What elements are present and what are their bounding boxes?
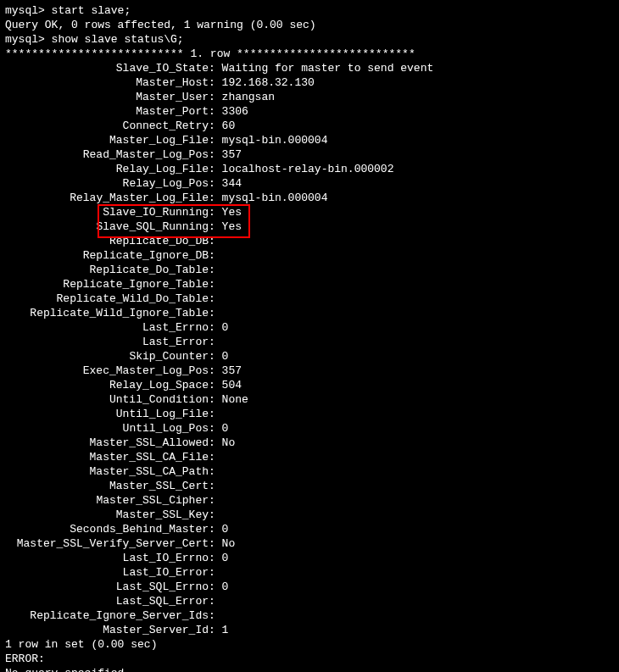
status-sep: :	[209, 119, 222, 133]
status-sep: :	[209, 436, 222, 450]
status-sep: :	[209, 349, 222, 364]
status-key: Relay_Master_Log_File	[5, 191, 209, 205]
error-label: ERROR:	[5, 652, 614, 666]
status-row: Last_SQL_Errno: 0	[5, 580, 614, 594]
status-value: No	[222, 536, 236, 551]
status-key: Master_SSL_CA_Path	[5, 464, 209, 479]
status-key: Slave_IO_Running	[5, 205, 209, 219]
status-sep: :	[209, 335, 222, 349]
status-sep: :	[209, 205, 222, 219]
status-value: None	[222, 392, 248, 407]
status-value: Yes	[222, 205, 242, 219]
status-sep: :	[209, 392, 222, 407]
status-row: Exec_Master_Log_Pos: 357	[5, 364, 614, 378]
status-row: Until_Log_File:	[5, 407, 614, 421]
status-value: 0	[222, 421, 229, 436]
prompt-line: mysql> start slave;	[5, 3, 614, 18]
status-key: Read_Master_Log_Pos	[5, 147, 209, 162]
status-key: Slave_SQL_Running	[5, 219, 209, 234]
status-sep: :	[209, 90, 222, 104]
status-key: Connect_Retry	[5, 119, 209, 133]
status-sep: :	[209, 292, 222, 306]
status-key: Until_Condition	[5, 392, 209, 407]
status-sep: :	[209, 234, 222, 248]
status-sep: :	[209, 277, 222, 292]
status-row: Relay_Master_Log_File: mysql-bin.000004	[5, 191, 614, 205]
status-key: Last_Error	[5, 335, 209, 349]
status-row: Read_Master_Log_Pos: 357	[5, 147, 614, 162]
status-row: Master_SSL_CA_File:	[5, 450, 614, 464]
status-row: Master_Host: 192.168.32.130	[5, 75, 614, 90]
status-sep: :	[209, 594, 222, 608]
result-line: Query OK, 0 rows affected, 1 warning (0.…	[5, 18, 614, 32]
status-sep: :	[209, 464, 222, 479]
status-sep: :	[209, 479, 222, 493]
status-key: Master_SSL_Key	[5, 508, 209, 522]
status-value: 0	[222, 349, 229, 364]
status-sep: :	[209, 104, 222, 119]
status-sep: :	[209, 75, 222, 90]
status-row: Master_User: zhangsan	[5, 90, 614, 104]
status-sep: :	[209, 320, 222, 335]
status-row: Replicate_Do_Table:	[5, 263, 614, 277]
status-row: Replicate_Wild_Ignore_Table:	[5, 306, 614, 320]
status-value: mysql-bin.000004	[222, 133, 328, 147]
status-value: 344	[222, 176, 242, 191]
status-key: Replicate_Ignore_DB	[5, 248, 209, 263]
status-key: Master_User	[5, 90, 209, 104]
status-row: Master_SSL_Verify_Server_Cert: No	[5, 536, 614, 551]
status-row: Relay_Log_Pos: 344	[5, 176, 614, 191]
status-row: Connect_Retry: 60	[5, 119, 614, 133]
status-sep: :	[209, 191, 222, 205]
status-sep: :	[209, 421, 222, 436]
status-sep: :	[209, 162, 222, 176]
status-key: Master_SSL_CA_File	[5, 450, 209, 464]
status-row: Master_SSL_Key:	[5, 508, 614, 522]
status-key: Replicate_Wild_Do_Table	[5, 292, 209, 306]
status-value: Waiting for master to send event	[222, 61, 434, 75]
status-key: Until_Log_File	[5, 407, 209, 421]
status-row: Until_Log_Pos: 0	[5, 421, 614, 436]
status-value: 192.168.32.130	[222, 75, 315, 90]
status-row: Slave_SQL_Running: Yes	[5, 219, 614, 234]
status-sep: :	[209, 364, 222, 378]
status-row: Seconds_Behind_Master: 0	[5, 522, 614, 536]
status-key: Last_IO_Error	[5, 565, 209, 580]
status-value: 3306	[222, 104, 248, 119]
status-sep: :	[209, 580, 222, 594]
status-key: Relay_Log_File	[5, 162, 209, 176]
status-sep: :	[209, 623, 222, 637]
status-key: Slave_IO_State	[5, 61, 209, 75]
status-key: Replicate_Do_DB	[5, 234, 209, 248]
status-key: Relay_Log_Space	[5, 378, 209, 392]
status-key: Master_SSL_Cipher	[5, 493, 209, 508]
status-row: Master_Server_Id: 1	[5, 623, 614, 637]
status-value: 357	[222, 147, 242, 162]
prompt-line: mysql> show slave status\G;	[5, 32, 614, 47]
status-row: Replicate_Ignore_DB:	[5, 248, 614, 263]
row-header: *************************** 1. row *****…	[5, 47, 614, 61]
status-value: No	[222, 436, 236, 450]
status-row: Last_IO_Error:	[5, 565, 614, 580]
status-sep: :	[209, 61, 222, 75]
status-value: 0	[222, 522, 229, 536]
status-sep: :	[209, 147, 222, 162]
status-row: Replicate_Ignore_Table:	[5, 277, 614, 292]
status-sep: :	[209, 508, 222, 522]
status-key: Last_IO_Errno	[5, 551, 209, 565]
status-sep: :	[209, 608, 222, 623]
status-value: Yes	[222, 219, 242, 234]
status-value: 1	[222, 623, 229, 637]
no-query-line: No query specified	[5, 666, 614, 672]
status-row: Relay_Log_Space: 504	[5, 378, 614, 392]
status-key: Replicate_Ignore_Server_Ids	[5, 608, 209, 623]
status-value: 0	[222, 551, 229, 565]
status-row: Slave_IO_Running: Yes	[5, 205, 614, 219]
status-sep: :	[209, 565, 222, 580]
status-sep: :	[209, 176, 222, 191]
status-row: Replicate_Wild_Do_Table:	[5, 292, 614, 306]
status-row: Replicate_Do_DB:	[5, 234, 614, 248]
status-row: Replicate_Ignore_Server_Ids:	[5, 608, 614, 623]
status-row: Master_Log_File: mysql-bin.000004	[5, 133, 614, 147]
status-value: localhost-relay-bin.000002	[222, 162, 394, 176]
